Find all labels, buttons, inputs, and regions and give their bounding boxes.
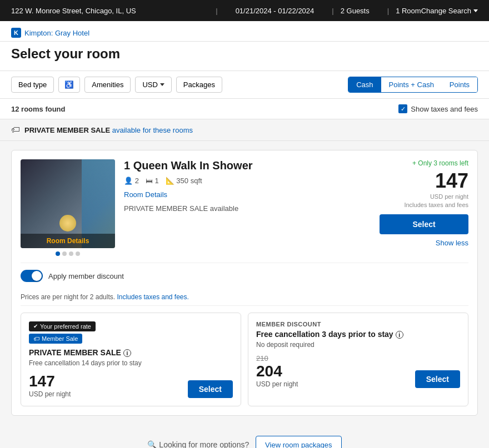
sqft-icon: 📐 350 sqft: [166, 177, 202, 185]
show-less-link[interactable]: Show less: [380, 239, 468, 247]
dates-text: 01/21/2024 - 01/22/2024: [236, 7, 315, 15]
rate-2-title: Free cancellation 3 days prior to stay i: [256, 330, 460, 339]
room-image-overlay-btn[interactable]: Room Details: [21, 234, 115, 248]
location-text: 122 W. Monroe Street, Chicago, IL, US: [11, 7, 209, 15]
payment-toggle: Cash Points + Cash Points: [348, 77, 478, 93]
rate-2-select-button[interactable]: Select: [415, 370, 460, 388]
guests-text: 2 Guests: [341, 7, 370, 15]
hotel-link[interactable]: K Kimpton: Gray Hotel: [11, 28, 478, 38]
discount-toggle-row: Apply member discount: [21, 263, 468, 289]
points-cash-toggle-btn[interactable]: Points + Cash: [381, 77, 442, 92]
guests-icon: 👤 2: [124, 177, 139, 185]
rooms-text: 1 Room: [396, 7, 421, 15]
room-price: 147: [380, 169, 468, 193]
rate-card-1: ✔ Your preferred rate 🏷 Member Sale PRIV…: [21, 313, 241, 406]
show-taxes-checkbox[interactable]: [398, 104, 407, 113]
member-sale-badge: 🏷 Member Sale: [29, 334, 82, 344]
results-count: 12 rooms found: [11, 105, 66, 113]
rate-cards: ✔ Your preferred rate 🏷 Member Sale PRIV…: [21, 313, 468, 406]
change-search-label: Change Search: [421, 7, 471, 15]
main-content: Room Details 1 Queen Walk In Shower 👤 2 …: [0, 141, 489, 448]
rate-2-info-icon[interactable]: i: [396, 331, 403, 339]
member-sale-available-text: PRIVATE MEMBER SALE available: [124, 204, 371, 213]
room-details-link[interactable]: Room Details: [124, 190, 371, 199]
filter-bar: Bed type ♿ Amenities USD Packages Cash P…: [0, 71, 489, 99]
search-icon: 🔍: [147, 440, 157, 449]
member-sale-banner: 🏷 PRIVATE MEMBER SALE available for thes…: [0, 119, 489, 141]
cash-toggle-btn[interactable]: Cash: [348, 77, 381, 92]
accessibility-icon: ♿: [64, 80, 74, 89]
view-packages-button[interactable]: View room packages: [256, 436, 341, 449]
dot-4[interactable]: [76, 251, 80, 256]
room-lamp-decoration: [59, 215, 76, 231]
rate-2-unit: USD per night: [256, 380, 298, 388]
rate-2-original-price: 210: [256, 354, 298, 363]
page-title-section: Select your room: [0, 42, 489, 71]
tag-icon-small: 🏷: [33, 335, 39, 342]
member-sale-label: PRIVATE MEMBER SALE: [24, 126, 110, 134]
member-discount-toggle[interactable]: [21, 270, 43, 282]
chevron-down-icon: [473, 9, 478, 12]
member-sale-strong: PRIVATE MEMBER SALE available for these …: [24, 126, 193, 134]
rate-card-2: MEMBER DISCOUNT Free cancellation 3 days…: [248, 313, 468, 406]
beds-icon: 🛏 1: [146, 177, 159, 185]
hotel-icon: K: [11, 28, 21, 38]
rate-2-sub: No deposit required: [256, 341, 460, 349]
hotel-bar: K Kimpton: Gray Hotel: [0, 21, 489, 42]
room-card: Room Details 1 Queen Walk In Shower 👤 2 …: [11, 150, 478, 416]
dot-2[interactable]: [62, 251, 67, 256]
results-bar: 12 rooms found Show taxes and fees: [0, 99, 489, 119]
change-search-button[interactable]: Change Search: [421, 7, 478, 15]
shield-icon: ✔: [33, 323, 38, 329]
room-meta: 👤 2 🛏 1 📐 350 sqft: [124, 177, 371, 185]
room-price-meta: USD per night Includes taxes and fees: [380, 193, 468, 210]
rate-1-sub: Free cancellation 14 days prior to stay: [29, 359, 233, 367]
room-image-container: Room Details: [21, 159, 115, 256]
top-select-button[interactable]: Select: [380, 214, 468, 234]
price-info-text: Prices are per night for 2 adults. Inclu…: [21, 289, 468, 306]
rate-1-title: PRIVATE MEMBER SALE i: [29, 348, 233, 357]
rate-1-info-icon[interactable]: i: [123, 349, 131, 357]
hotel-name: Kimpton: Gray Hotel: [24, 29, 89, 37]
rate-1-price: 147: [29, 373, 71, 390]
packages-filter[interactable]: Packages: [176, 77, 222, 93]
room-top: Room Details 1 Queen Walk In Shower 👤 2 …: [21, 159, 468, 256]
show-taxes-label: Show taxes and fees: [411, 105, 478, 113]
room-image: Room Details: [21, 159, 115, 248]
bed-type-label: Bed type: [18, 80, 47, 89]
page-title: Select your room: [11, 46, 478, 62]
dot-1[interactable]: [56, 251, 60, 256]
rate-1-select-button[interactable]: Select: [188, 380, 233, 398]
toggle-label: Apply member discount: [48, 272, 124, 280]
amenities-filter[interactable]: Amenities: [84, 77, 131, 93]
rate-1-unit: USD per night: [29, 390, 71, 398]
member-label: MEMBER DISCOUNT: [256, 321, 460, 328]
rate-2-price: 204: [256, 363, 298, 380]
bed-type-filter[interactable]: Bed type: [11, 77, 54, 93]
packages-label: Packages: [183, 80, 215, 89]
left-filters: Bed type ♿ Amenities USD Packages: [11, 77, 348, 93]
tag-icon: 🏷: [11, 125, 20, 135]
accessibility-filter[interactable]: ♿: [58, 77, 80, 93]
points-toggle-btn[interactable]: Points: [442, 77, 477, 92]
preferred-badge: ✔ Your preferred rate: [29, 321, 96, 331]
room-price-section: Only 3 rooms left 147 USD per night Incl…: [380, 159, 468, 256]
amenities-label: Amenities: [92, 80, 123, 89]
show-taxes-row: Show taxes and fees: [398, 104, 478, 113]
looking-text: Looking for more options?: [159, 440, 249, 449]
member-sale-suffix: available for these rooms: [112, 126, 193, 134]
currency-filter[interactable]: USD: [135, 77, 171, 93]
room-info: 1 Queen Walk In Shower 👤 2 🛏 1 📐 350 sqf…: [124, 159, 371, 256]
more-options-section: 🔍 Looking for more options? View room pa…: [11, 425, 478, 449]
rooms-left: Only 3 rooms left: [380, 159, 468, 167]
room-image-dots: [21, 251, 115, 256]
currency-chevron-icon: [160, 83, 164, 86]
currency-label: USD: [142, 80, 157, 89]
header-bar: 122 W. Monroe Street, Chicago, IL, US | …: [0, 0, 489, 21]
room-name: 1 Queen Walk In Shower: [124, 159, 371, 172]
dot-3[interactable]: [69, 251, 73, 256]
